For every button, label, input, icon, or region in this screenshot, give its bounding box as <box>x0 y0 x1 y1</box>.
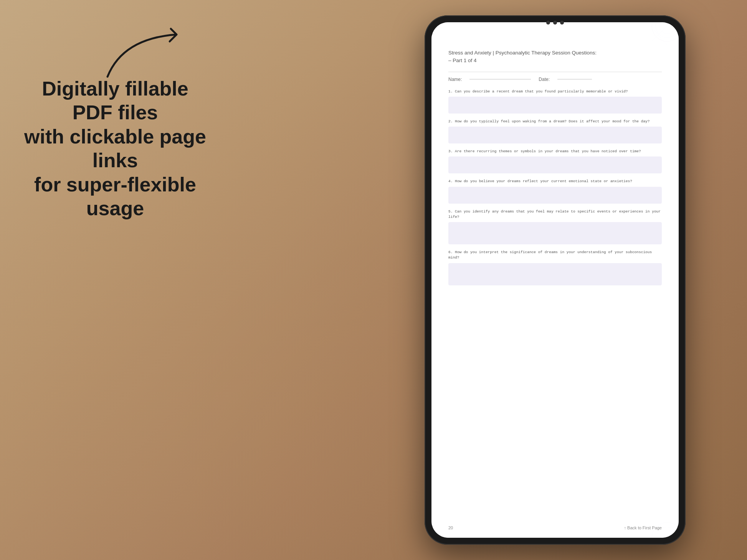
camera-dot-2 <box>553 21 557 25</box>
question-5-text: 5. Can you identify any dreams that you … <box>448 209 662 220</box>
question-3-text: 3. Are there recurring themes or symbols… <box>448 149 662 154</box>
question-4: 4. How do you believe your dreams reflec… <box>448 179 662 203</box>
name-label: Name: <box>448 77 462 82</box>
camera-dot-1 <box>546 21 550 25</box>
question-2: 2. How do you typically feel upon waking… <box>448 119 662 143</box>
arrow-icon <box>100 23 207 84</box>
title-divider <box>448 72 662 72</box>
pdf-page: Stress and Anxiety | Psychoanalytic Ther… <box>431 22 679 538</box>
question-3: 3. Are there recurring themes or symbols… <box>448 149 662 173</box>
answer-area-3 <box>448 156 662 173</box>
header-decoration-icon <box>617 22 679 53</box>
headline-text: Digitally fillable PDF files with clicka… <box>23 77 207 220</box>
name-field-line <box>469 79 531 79</box>
pdf-footer: 20 ↑ Back to First Page <box>448 525 662 530</box>
tablet-body: Stress and Anxiety | Psychoanalytic Ther… <box>425 15 686 545</box>
question-5: 5. Can you identify any dreams that you … <box>448 209 662 245</box>
date-label: Date: <box>539 77 550 82</box>
question-1: 1. Can you describe a recent dream that … <box>448 89 662 114</box>
date-field-line <box>557 79 592 79</box>
answer-area-6 <box>448 263 662 285</box>
page-number: 20 <box>448 525 453 530</box>
left-panel: Digitally fillable PDF files with clicka… <box>23 77 207 220</box>
answer-area-5 <box>448 222 662 244</box>
answer-area-2 <box>448 127 662 143</box>
svg-point-2 <box>659 22 675 34</box>
tablet-screen: Stress and Anxiety | Psychoanalytic Ther… <box>431 22 679 538</box>
tablet: Stress and Anxiety | Psychoanalytic Ther… <box>425 15 686 545</box>
name-date-row: Name: Date: <box>448 77 662 82</box>
tablet-camera <box>546 21 564 25</box>
back-to-first-page-link[interactable]: ↑ Back to First Page <box>624 525 662 530</box>
question-4-text: 4. How do you believe your dreams reflec… <box>448 179 662 184</box>
svg-point-1 <box>656 22 679 38</box>
answer-area-4 <box>448 187 662 204</box>
camera-dot-3 <box>560 21 564 25</box>
answer-area-1 <box>448 97 662 114</box>
question-1-text: 1. Can you describe a recent dream that … <box>448 89 662 94</box>
question-6-text: 6. How do you interpret the significance… <box>448 250 662 261</box>
question-6: 6. How do you interpret the significance… <box>448 250 662 285</box>
question-2-text: 2. How do you typically feel upon waking… <box>448 119 662 124</box>
